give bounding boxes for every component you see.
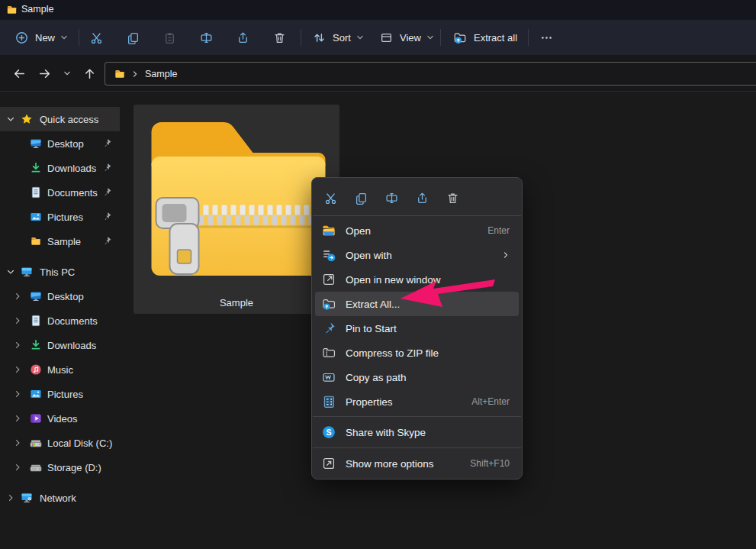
sidebar-item-desktop[interactable]: Desktop [0, 131, 120, 156]
ellipsis-icon [540, 31, 553, 44]
mcopypath-icon [322, 370, 336, 384]
extract-all-icon [453, 31, 467, 44]
context-rename-button[interactable] [378, 186, 405, 210]
chevron-right-icon[interactable] [13, 365, 22, 374]
paste-button[interactable] [154, 24, 185, 51]
toolbar-divider [301, 29, 301, 46]
pin-icon [102, 237, 112, 247]
share-icon [416, 192, 429, 205]
sidebar-section-this-pc[interactable]: This PC [0, 260, 120, 284]
chevron-right-icon[interactable] [13, 414, 22, 423]
svg-text:S: S [326, 428, 331, 437]
sidebar-item-local-disk-c[interactable]: Local Disk (C:) [0, 431, 120, 455]
mopen-icon [322, 224, 336, 237]
toolbar-divider [79, 29, 79, 46]
more-options-button[interactable] [532, 24, 560, 51]
forward-arrow-icon [38, 67, 51, 80]
delete-icon [446, 192, 459, 205]
sidebar-item-pictures[interactable]: Pictures [0, 382, 120, 406]
pin-icon [102, 188, 112, 198]
menu-item-open-in-new-window[interactable]: Open in new window [315, 267, 519, 292]
sidebar-item-pictures[interactable]: Pictures [0, 205, 120, 229]
forward-button[interactable] [33, 62, 56, 85]
pin-icon [102, 163, 112, 173]
chevron-down-icon[interactable] [6, 267, 15, 276]
menu-item-compress-to-zip-file[interactable]: Compress to ZIP file [315, 341, 519, 365]
new-plus-icon [15, 31, 28, 44]
menu-item-show-more-options[interactable]: Show more optionsShift+F10 [315, 451, 519, 476]
title-bar: Sample [0, 0, 756, 20]
chevron-right-icon[interactable] [13, 463, 22, 472]
mnewwin-icon [322, 273, 336, 286]
view-button[interactable]: View [374, 24, 440, 51]
delete-button[interactable] [264, 24, 294, 51]
context-delete-button[interactable] [439, 186, 466, 210]
clipboard-button-group [81, 20, 294, 55]
share-button[interactable] [227, 24, 258, 51]
sidebar-item-desktop[interactable]: Desktop [0, 284, 120, 308]
recent-locations-button[interactable] [56, 62, 79, 85]
diskd-icon [30, 461, 42, 473]
rename-button[interactable] [191, 24, 221, 51]
sidebar-item-downloads[interactable]: Downloads [0, 156, 120, 180]
menu-item-share-with-skype[interactable]: SShare with Skype [315, 419, 519, 445]
sidebar-item-videos[interactable]: Videos [0, 406, 120, 431]
toolbar-divider [440, 29, 441, 46]
mskype-icon: S [322, 425, 336, 439]
mextract-icon [322, 297, 336, 311]
sort-button[interactable]: Sort [307, 24, 370, 51]
menu-divider [313, 447, 521, 448]
sidebar-item-documents[interactable]: Documents [0, 180, 120, 205]
copy-button[interactable] [117, 24, 148, 51]
pin-icon [102, 139, 112, 149]
up-button[interactable] [78, 62, 101, 85]
menu-item-copy-as-path[interactable]: Copy as path [315, 365, 519, 389]
file-explorer-window: Sample New Sort View Extract all [0, 0, 756, 549]
sidebar-section-quick-access[interactable]: Quick access [0, 107, 120, 131]
cut-button[interactable] [81, 24, 111, 51]
submenu-chevron-icon [502, 251, 510, 259]
chevron-right-icon[interactable] [13, 389, 22, 399]
menu-item-open-with[interactable]: Open with [315, 243, 519, 267]
desktop-icon [30, 290, 42, 302]
sidebar-item-documents[interactable]: Documents [0, 308, 120, 333]
chevron-down-icon[interactable] [6, 115, 15, 124]
sidebar-item-downloads[interactable]: Downloads [0, 333, 120, 357]
address-bar[interactable]: Sample [105, 62, 756, 86]
back-arrow-icon [13, 67, 26, 80]
context-share-button[interactable] [408, 186, 436, 210]
chevron-right-icon[interactable] [13, 341, 22, 350]
delete-icon [273, 31, 286, 44]
mcompress-icon [322, 346, 336, 360]
chevron-right-icon[interactable] [13, 292, 22, 301]
context-menu-quick-actions [312, 182, 522, 213]
sort-button-label: Sort [333, 32, 351, 44]
file-tile-sample-zip[interactable]: Sample [134, 105, 339, 314]
context-menu: OpenEnterOpen withOpen in new windowExtr… [311, 177, 523, 480]
context-copy-button[interactable] [347, 186, 375, 210]
chevron-down-icon [426, 34, 434, 41]
sort-icon [313, 31, 326, 44]
new-button[interactable]: New [9, 24, 74, 51]
sidebar-item-storage-d[interactable]: Storage (D:) [0, 455, 120, 480]
context-cut-button[interactable] [317, 186, 344, 210]
menu-item-properties[interactable]: PropertiesAlt+Enter [315, 389, 519, 414]
sidebar-section-network[interactable]: Network [0, 486, 120, 510]
extract-all-button[interactable]: Extract all [447, 24, 529, 51]
mproperties-icon [322, 395, 336, 409]
location-folder-icon [114, 69, 126, 79]
extract-all-button-label: Extract all [474, 32, 517, 44]
chevron-right-icon[interactable] [13, 316, 22, 325]
chevron-right-icon[interactable] [6, 493, 15, 502]
back-button[interactable] [8, 62, 31, 85]
menu-item-open[interactable]: OpenEnter [315, 218, 519, 243]
menu-item-extract-all[interactable]: Extract All... [315, 292, 519, 316]
sidebar-item-music[interactable]: Music [0, 357, 120, 382]
breadcrumb-location[interactable]: Sample [145, 69, 177, 79]
folder-icon [30, 236, 42, 247]
menu-item-pin-to-start[interactable]: Pin to Start [315, 316, 519, 341]
chevron-right-icon[interactable] [13, 438, 22, 447]
sidebar-item-sample[interactable]: Sample [0, 229, 120, 254]
context-menu-items: OpenEnterOpen withOpen in new windowExtr… [312, 218, 522, 476]
star-icon [21, 113, 33, 125]
